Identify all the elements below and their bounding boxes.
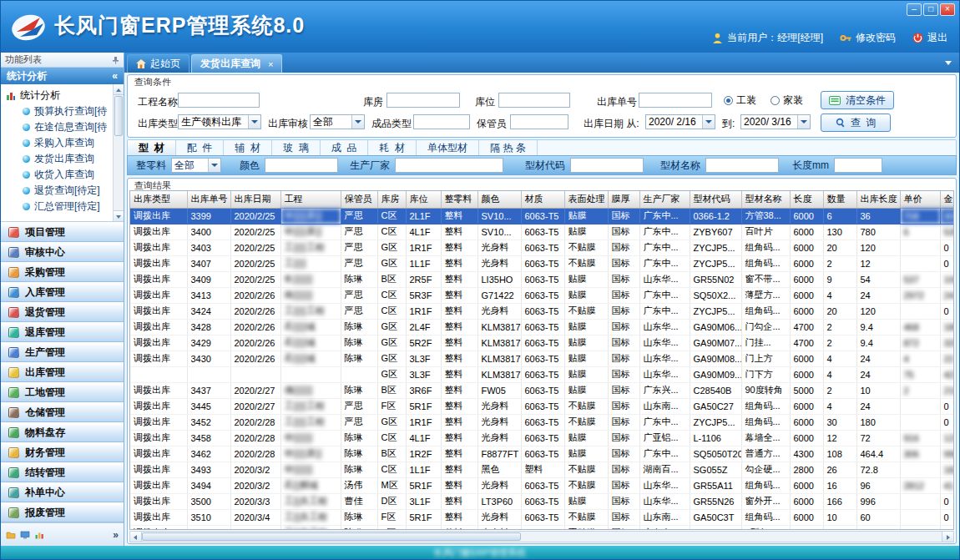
table-row[interactable]: 调拨出库34032020/2/25工▒▒工程严思G区1R1F整料光身料6063-… <box>130 240 954 255</box>
table-row[interactable]: G区3L3F整料KLM38176063-T5贴膜国标山东华...GA90M09.… <box>130 366 954 382</box>
date-from-select[interactable]: 2020/ 2/16 <box>645 114 715 129</box>
column-header[interactable]: 颜色 <box>477 191 521 208</box>
sidebar-group[interactable]: 出库管理 <box>1 362 124 382</box>
sidebar-group[interactable]: 入库管理 <box>1 282 124 302</box>
sidebar-group[interactable]: 报废管理 <box>1 502 124 522</box>
product-type-input[interactable] <box>413 114 470 129</box>
date-to-select[interactable]: 2020/ 3/16 <box>740 114 811 129</box>
tab-overflow-icon[interactable] <box>945 61 952 65</box>
sidebar-group[interactable]: 生产管理 <box>1 342 124 362</box>
sidebar-group[interactable]: 审核中心 <box>1 242 124 262</box>
scroll-thumb[interactable] <box>142 532 521 541</box>
table-row[interactable]: 调拨出库34092020/2/25长▒▒▒陈琳B区2R5F整料LI35HO606… <box>130 271 954 287</box>
material-tab[interactable]: 配 件 <box>176 140 225 155</box>
tab-shipment-outbound-query[interactable]: 发货出库查询 × <box>191 54 282 73</box>
whole-part-select[interactable]: 全部 <box>171 158 221 173</box>
profile-name-input[interactable] <box>705 158 779 173</box>
column-header[interactable]: 长度 <box>790 191 823 208</box>
chart-icon[interactable] <box>34 530 44 540</box>
sidebar-group[interactable]: 物料盘存 <box>1 422 124 442</box>
column-header[interactable]: 出库日期 <box>230 191 280 208</box>
tree-scrollbar[interactable] <box>113 84 124 221</box>
material-tab[interactable]: 型 材 <box>128 140 176 155</box>
tab-close-icon[interactable]: × <box>268 59 273 69</box>
tree-item[interactable]: 预算执行查询[待 <box>6 103 112 119</box>
scroll-right-icon[interactable] <box>942 532 953 542</box>
outbound-audit-select[interactable]: 全部 <box>310 114 365 129</box>
scroll-up-icon[interactable] <box>114 84 124 95</box>
logout-button[interactable]: 退出 <box>912 31 947 45</box>
table-row[interactable]: 调拨出库34622020/2/28华▒▒原▒陈琳B区1R2F整料F8877FT6… <box>130 446 954 462</box>
profile-code-input[interactable] <box>570 158 644 173</box>
sidebar-group[interactable]: 工地管理 <box>1 382 124 402</box>
tab-home[interactable]: 起始页 <box>127 54 189 73</box>
overflow-chevron-icon[interactable]: » <box>113 529 119 541</box>
column-header[interactable]: 库房 <box>377 191 406 208</box>
table-row[interactable]: 调拨出库34242020/2/26工▒▒工程严思C区1R1F整料光身料6063-… <box>130 303 954 319</box>
column-header[interactable]: 出库单号 <box>187 191 230 208</box>
collapse-icon[interactable]: « <box>112 70 118 82</box>
table-row[interactable]: 调拨出库35102020/3/4工▒共工程陈琳F区5R1F整料光身料6063-T… <box>130 509 954 525</box>
table-row[interactable]: 调拨出库34302020/2/26石▒▒城陈琳G区3L3F整料KLM381760… <box>130 351 954 366</box>
radio-jiazhuang[interactable]: 家装 <box>771 93 803 108</box>
column-header[interactable]: 数量 <box>823 191 856 208</box>
table-row[interactable]: 调拨出库34282020/2/26石▒▒城陈琳G区2L4F整料KLM381760… <box>130 319 954 335</box>
color-input[interactable] <box>265 158 338 173</box>
column-header[interactable]: 材质 <box>521 191 564 208</box>
sidebar-group[interactable]: 补单中心 <box>1 482 124 502</box>
scroll-left-icon[interactable] <box>130 532 142 542</box>
column-header[interactable]: 金 <box>940 191 954 208</box>
table-row[interactable]: 调拨出库34522020/2/28工▒▒工程严思G区1R1F整料光身料6063-… <box>130 414 954 430</box>
search-button[interactable]: 查 询 <box>821 114 891 132</box>
table-row[interactable]: 调拨出库34452020/2/27工▒▒工程严思F区5R1F整料光身料6063-… <box>130 398 954 414</box>
column-header[interactable]: 生产厂家 <box>639 191 690 208</box>
chevron-down-icon[interactable] <box>351 115 364 129</box>
column-header[interactable]: 工程 <box>280 191 341 208</box>
keeper-input[interactable] <box>510 114 568 129</box>
folder-icon[interactable] <box>6 530 16 540</box>
column-header[interactable]: 出库类型 <box>130 191 187 208</box>
radio-gongzhuang[interactable]: 工装 <box>724 93 756 108</box>
table-row[interactable]: 调拨出库33992020/2/25华▒▒原▒严思C区2L1F整料SV10...6… <box>130 208 954 224</box>
length-mm-input[interactable] <box>834 158 882 173</box>
column-header[interactable]: 表面处理 <box>564 191 608 208</box>
tree-item[interactable]: 发货出库查询 <box>6 151 112 167</box>
warehouse-input[interactable] <box>387 93 460 108</box>
table-row[interactable]: 调拨出库34002020/2/25华▒▒原▒严思C区4L1F整料SV10...6… <box>130 224 954 240</box>
sidebar-group[interactable]: 项目管理 <box>1 222 124 242</box>
table-row[interactable]: 调拨出库34942020/3/2石▒辉城汤伟M区5R1F整料光身料6063-T5… <box>130 477 954 493</box>
manufacturer-input[interactable] <box>395 158 503 173</box>
minimize-button[interactable]: – <box>907 3 922 16</box>
location-input[interactable] <box>498 93 570 108</box>
sidebar-group[interactable]: 结转管理 <box>1 462 124 482</box>
tree-root-statistics[interactable]: 统计分析 <box>6 88 112 103</box>
change-password-button[interactable]: 修改密码 <box>840 31 896 45</box>
tree-scroll-thumb[interactable] <box>114 96 123 136</box>
sidebar-group[interactable]: 采购管理 <box>1 262 124 282</box>
maximize-button[interactable]: □ <box>923 3 938 16</box>
material-tab[interactable]: 隔 热 条 <box>479 140 538 155</box>
table-row[interactable]: 调拨出库34582020/2/28华▒▒▒陈琳C区4L1F整料光身料6063-T… <box>130 430 954 446</box>
sidebar-group[interactable]: 仓储管理 <box>1 402 124 422</box>
table-row[interactable]: 调拨出库34932020/3/2华▒▒▒陈琳C区1L1F整料黑色塑料不贴膜国标湖… <box>130 462 954 477</box>
tree-item[interactable]: 汇总管理[待定] <box>6 199 112 214</box>
order-no-input[interactable] <box>639 93 712 108</box>
table-row[interactable]: 调拨出库34292020/2/26石▒▒城陈琳G区5R2F整料KLM381760… <box>130 335 954 351</box>
column-header[interactable]: 保管员 <box>341 191 377 208</box>
pin-icon[interactable] <box>111 56 119 64</box>
chevron-down-icon[interactable] <box>208 159 220 172</box>
material-tab[interactable]: 辅 材 <box>224 140 272 155</box>
close-button[interactable]: × <box>940 3 955 16</box>
material-tab[interactable]: 成 品 <box>321 140 369 155</box>
tree-item[interactable]: 退货查询[待定] <box>6 183 112 199</box>
column-header[interactable]: 库位 <box>406 191 441 208</box>
sidebar-group[interactable]: 退库管理 <box>1 322 124 342</box>
scroll-down-icon[interactable] <box>114 210 124 221</box>
column-header[interactable]: 单价 <box>900 191 940 208</box>
outbound-type-select[interactable]: 生产领料出库 <box>178 114 261 129</box>
clear-conditions-button[interactable]: 清空条件 <box>821 91 894 109</box>
sidebar-section-statistics[interactable]: 统计分析 « <box>1 68 124 84</box>
column-header[interactable]: 膜厚 <box>608 191 639 208</box>
column-header[interactable]: 型材代码 <box>690 191 741 208</box>
table-row[interactable]: 调拨出库34072020/2/25工▒▒严思G区1L1F整料光身料6063-T5… <box>130 255 954 271</box>
